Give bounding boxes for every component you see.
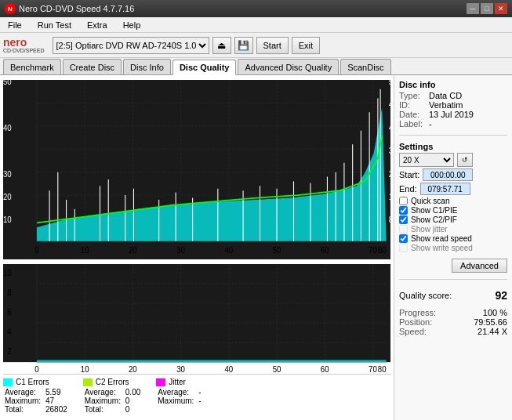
svg-rect-63 bbox=[3, 264, 390, 362]
speed-select[interactable]: 20 X bbox=[399, 153, 454, 167]
progress-label: Progress: bbox=[399, 308, 436, 317]
maximize-button[interactable]: □ bbox=[481, 3, 493, 14]
legend-c1: C1 Errors Average: 5.59 Maximum: 47 Tota… bbox=[3, 378, 67, 414]
tab-disc-quality[interactable]: Disc Quality bbox=[172, 60, 237, 75]
show-c1-label: Show C1/PIE bbox=[411, 206, 457, 215]
quality-score-value: 92 bbox=[495, 289, 507, 302]
speed-label: Speed: bbox=[399, 327, 427, 336]
jitter-max-label: Maximum: bbox=[158, 396, 195, 405]
position-label: Position: bbox=[399, 317, 432, 327]
c2-chart-svg: 10 8 6 4 2 0 10 20 30 40 50 60 70 80 bbox=[3, 264, 390, 372]
tab-benchmark[interactable]: Benchmark bbox=[3, 59, 61, 74]
svg-text:60: 60 bbox=[321, 246, 329, 255]
c2-color bbox=[83, 378, 93, 386]
svg-text:4: 4 bbox=[7, 328, 12, 337]
show-read-checkbox[interactable] bbox=[399, 234, 408, 243]
title-bar: N Nero CD-DVD Speed 4.7.7.16 ─ □ ✕ bbox=[0, 0, 512, 17]
svg-text:10: 10 bbox=[3, 269, 12, 278]
jitter-color bbox=[156, 378, 165, 386]
app-icon: N bbox=[5, 3, 16, 14]
tab-create-disc[interactable]: Create Disc bbox=[63, 59, 122, 74]
c1-total-label: Total: bbox=[5, 405, 42, 414]
c2-label: C2 Errors bbox=[96, 378, 129, 386]
tab-bar: Benchmark Create Disc Disc Info Disc Qua… bbox=[0, 58, 512, 75]
tab-disc-info[interactable]: Disc Info bbox=[123, 59, 171, 74]
jitter-max-value: - bbox=[198, 396, 201, 405]
quick-scan-label: Quick scan bbox=[411, 197, 449, 205]
window-title: Nero CD-DVD Speed 4.7.7.16 bbox=[19, 4, 467, 13]
legend-c2: C2 Errors Average: 0.00 Maximum: 0 Total… bbox=[83, 378, 140, 414]
menu-help[interactable]: Help bbox=[118, 20, 146, 31]
show-c1-checkbox[interactable] bbox=[399, 206, 408, 215]
quick-scan-checkbox[interactable] bbox=[399, 197, 408, 205]
end-time-input[interactable] bbox=[420, 183, 470, 195]
svg-text:48: 48 bbox=[389, 100, 390, 109]
disc-info-section: Disc info Type: Data CD ID: Verbatim Dat… bbox=[399, 80, 507, 129]
tab-advanced-disc-quality[interactable]: Advanced Disc Quality bbox=[238, 59, 339, 74]
c1-avg-value: 5.59 bbox=[45, 388, 60, 396]
svg-text:16: 16 bbox=[389, 193, 390, 201]
drive-select[interactable]: [2:5] Optiarc DVD RW AD-7240S 1.04 bbox=[53, 37, 209, 54]
start-button[interactable]: Start bbox=[256, 37, 289, 54]
svg-text:50: 50 bbox=[3, 80, 12, 86]
divider2 bbox=[399, 279, 507, 280]
c2-total-value: 0 bbox=[125, 405, 130, 414]
c1-label: C1 Errors bbox=[16, 378, 49, 386]
svg-text:10: 10 bbox=[81, 364, 89, 372]
jitter-label: Jitter bbox=[169, 378, 186, 386]
svg-text:50: 50 bbox=[273, 246, 281, 255]
close-button[interactable]: ✕ bbox=[495, 3, 507, 14]
menu-file[interactable]: File bbox=[3, 20, 27, 31]
date-label: Date: bbox=[399, 110, 426, 119]
c2-chart: 10 8 6 4 2 0 10 20 30 40 50 60 70 80 bbox=[3, 264, 390, 372]
tab-scan-disc[interactable]: ScanDisc bbox=[340, 59, 390, 74]
show-read-label: Show read speed bbox=[411, 234, 472, 243]
svg-text:20: 20 bbox=[129, 364, 137, 372]
svg-text:40: 40 bbox=[389, 123, 390, 132]
show-write-checkbox bbox=[399, 244, 408, 252]
c2-max-label: Maximum: bbox=[85, 396, 122, 405]
nero-sub: CD·DVD/SPEED bbox=[3, 48, 45, 53]
menu-bar: File Run Test Extra Help bbox=[0, 17, 512, 33]
start-label: Start: bbox=[399, 170, 419, 179]
advanced-button[interactable]: Advanced bbox=[452, 259, 507, 273]
start-time-input[interactable] bbox=[423, 168, 473, 181]
svg-text:70: 70 bbox=[369, 246, 377, 255]
main-content: 56 48 40 32 24 16 8 50 40 30 20 10 0 10 … bbox=[0, 75, 512, 420]
c1-color bbox=[3, 378, 13, 386]
type-value: Data CD bbox=[429, 91, 462, 100]
svg-text:24: 24 bbox=[389, 169, 390, 178]
legend-jitter: Jitter Average: - Maximum: - bbox=[156, 378, 201, 414]
c2-avg-value: 0.00 bbox=[125, 388, 140, 396]
svg-text:56: 56 bbox=[389, 80, 390, 86]
save-icon[interactable]: 💾 bbox=[234, 37, 253, 54]
c2-total-label: Total: bbox=[85, 405, 122, 414]
show-jitter-checkbox bbox=[399, 225, 408, 234]
eject-icon[interactable]: ⏏ bbox=[212, 37, 231, 54]
c2-max-value: 0 bbox=[125, 396, 130, 405]
c1-avg-label: Average: bbox=[5, 388, 42, 396]
c1-max-value: 47 bbox=[45, 396, 54, 405]
show-c2-label: Show C2/PIF bbox=[411, 215, 457, 224]
right-panel: Disc info Type: Data CD ID: Verbatim Dat… bbox=[394, 75, 512, 420]
show-c2-checkbox[interactable] bbox=[399, 215, 408, 224]
progress-value: 100 % bbox=[483, 308, 507, 317]
toolbar: nero CD·DVD/SPEED [2:5] Optiarc DVD RW A… bbox=[0, 33, 512, 58]
show-jitter-label: Show jitter bbox=[411, 225, 448, 234]
c1-chart: 56 48 40 32 24 16 8 50 40 30 20 10 0 10 … bbox=[3, 80, 390, 259]
refresh-icon[interactable]: ↺ bbox=[457, 153, 473, 167]
svg-text:6: 6 bbox=[7, 308, 12, 317]
exit-button[interactable]: Exit bbox=[292, 37, 320, 54]
window-controls: ─ □ ✕ bbox=[467, 3, 507, 14]
menu-run-test[interactable]: Run Test bbox=[33, 20, 76, 31]
svg-text:40: 40 bbox=[224, 246, 233, 255]
svg-text:32: 32 bbox=[389, 147, 390, 155]
svg-text:0: 0 bbox=[34, 246, 39, 255]
svg-text:40: 40 bbox=[224, 364, 233, 372]
end-label: End: bbox=[399, 184, 417, 194]
menu-extra[interactable]: Extra bbox=[82, 20, 112, 31]
svg-text:40: 40 bbox=[3, 123, 12, 132]
disc-label-label: Label: bbox=[399, 119, 426, 129]
minimize-button[interactable]: ─ bbox=[467, 3, 479, 14]
show-write-label: Show write speed bbox=[411, 244, 473, 252]
